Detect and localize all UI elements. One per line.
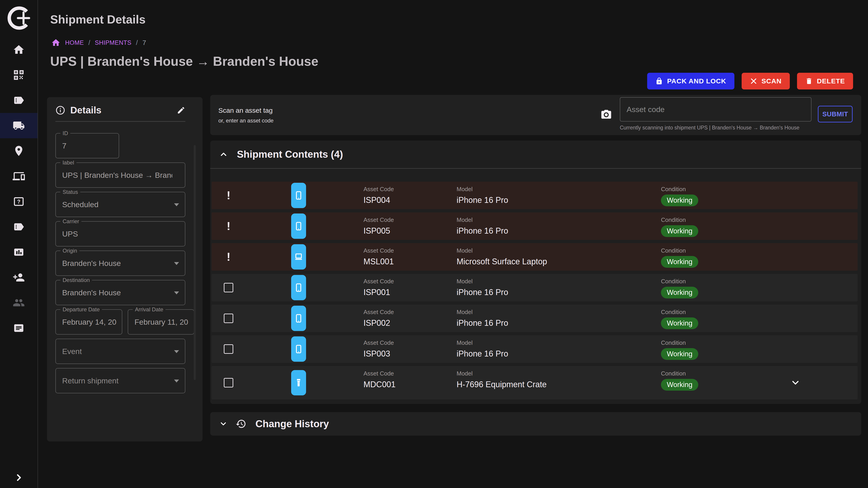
column-label: Model bbox=[457, 339, 508, 346]
action-buttons: PACK AND LOCK SCAN DELETE bbox=[647, 73, 853, 90]
asset-type-tile bbox=[291, 183, 306, 208]
details-scrollbar[interactable] bbox=[194, 145, 196, 380]
camera-icon[interactable] bbox=[600, 109, 612, 121]
table-row[interactable]: ! Asset CodeMSL001 ModelMicrosoft Surfac… bbox=[212, 243, 858, 271]
chevron-down-icon bbox=[792, 380, 799, 385]
asset-code-value: MDC001 bbox=[364, 380, 396, 389]
help-box-icon: ? bbox=[13, 195, 25, 207]
smartphone-icon bbox=[294, 191, 303, 200]
model-value: iPhone 16 Pro bbox=[457, 226, 508, 236]
column-label: Model bbox=[457, 247, 547, 254]
table-row[interactable]: ! Asset CodeISP004 ModeliPhone 16 Pro Co… bbox=[212, 182, 858, 209]
arrival-date-field[interactable]: Arrival Date February 11, 20 bbox=[128, 309, 194, 335]
equipment-crate-icon bbox=[294, 378, 303, 387]
sidebar-item-devices[interactable] bbox=[0, 164, 37, 189]
row-checkbox[interactable] bbox=[224, 378, 233, 387]
breadcrumb-separator: / bbox=[88, 39, 90, 46]
status-select[interactable]: Status Scheduled bbox=[55, 192, 185, 217]
sidebar-item-tags[interactable] bbox=[0, 214, 37, 239]
history-icon bbox=[236, 418, 246, 429]
model-value: iPhone 16 Pro bbox=[457, 195, 508, 205]
row-checkbox[interactable] bbox=[224, 283, 233, 292]
info-icon bbox=[55, 105, 65, 115]
sidebar-item-locations[interactable] bbox=[0, 138, 37, 164]
row-checkbox[interactable] bbox=[224, 314, 233, 323]
model-value: iPhone 16 Pro bbox=[457, 288, 508, 297]
breadcrumb: HOME / SHIPMENTS / 7 bbox=[51, 38, 146, 47]
scan-panel: Scan an asset tag or, enter an asset cod… bbox=[210, 95, 861, 135]
departure-date-field[interactable]: Departure Date February 14, 20 bbox=[55, 309, 122, 335]
home-icon[interactable] bbox=[51, 38, 61, 47]
column-label: Condition bbox=[661, 247, 698, 254]
sidebar-item-labels[interactable] bbox=[0, 88, 37, 113]
column-label: Model bbox=[457, 370, 547, 377]
sidebar-expand-button[interactable] bbox=[0, 473, 37, 482]
label-field[interactable]: label UPS | Branden's House → Branden's … bbox=[55, 162, 185, 188]
column-label: Asset Code bbox=[364, 186, 394, 193]
condition-badge: Working bbox=[661, 195, 698, 206]
sidebar-item-add-user[interactable] bbox=[0, 265, 37, 290]
model-value: iPhone 16 Pro bbox=[457, 349, 508, 359]
table-row[interactable]: ! Asset CodeISP005 ModeliPhone 16 Pro Co… bbox=[212, 213, 858, 240]
table-row[interactable]: Asset CodeISP001 ModeliPhone 16 Pro Cond… bbox=[212, 274, 858, 301]
breadcrumb-shipments[interactable]: SHIPMENTS bbox=[95, 39, 131, 46]
id-field[interactable]: ID 7 bbox=[55, 133, 119, 158]
details-panel: Details ID 7 label UPS | Branden's House… bbox=[47, 97, 203, 442]
column-label: Asset Code bbox=[364, 339, 394, 346]
chevron-up-icon[interactable] bbox=[220, 152, 227, 157]
asset-code-value: ISP004 bbox=[364, 195, 394, 205]
asset-type-tile bbox=[291, 370, 306, 395]
asset-type-tile bbox=[291, 214, 306, 239]
edit-pencil-icon[interactable] bbox=[177, 106, 185, 115]
event-select[interactable]: Event bbox=[55, 339, 185, 364]
origin-select[interactable]: Origin Branden's House bbox=[55, 251, 185, 276]
column-label: Asset Code bbox=[364, 308, 394, 316]
sidebar: ? bbox=[0, 0, 38, 488]
close-icon bbox=[750, 77, 757, 85]
sidebar-item-home[interactable] bbox=[0, 37, 37, 62]
home-icon bbox=[13, 43, 25, 56]
row-expand-button[interactable] bbox=[792, 380, 799, 385]
trash-icon bbox=[805, 77, 813, 85]
column-label: Model bbox=[457, 186, 508, 193]
condition-badge: Working bbox=[661, 287, 698, 298]
laptop-icon bbox=[294, 252, 303, 262]
sidebar-item-reports[interactable] bbox=[0, 239, 37, 265]
sidebar-item-shipments[interactable] bbox=[0, 113, 37, 138]
column-label: Condition bbox=[661, 339, 698, 346]
delete-button[interactable]: DELETE bbox=[797, 73, 853, 90]
sidebar-item-notes[interactable] bbox=[0, 315, 37, 341]
column-label: Condition bbox=[661, 278, 698, 285]
bar-chart-icon bbox=[13, 246, 25, 258]
breadcrumb-home[interactable]: HOME bbox=[65, 39, 84, 46]
smartphone-icon bbox=[294, 221, 303, 231]
asset-code-input[interactable] bbox=[620, 97, 811, 122]
table-row[interactable]: Asset CodeISP003 ModeliPhone 16 Pro Cond… bbox=[212, 335, 858, 363]
logo-c-plus-icon bbox=[5, 4, 32, 33]
change-history-panel[interactable]: Change History bbox=[210, 412, 861, 435]
carrier-field[interactable]: Carrier UPS bbox=[55, 221, 185, 247]
table-row[interactable]: Asset CodeISP002 ModeliPhone 16 Pro Cond… bbox=[212, 304, 858, 332]
sidebar-item-scanner[interactable] bbox=[0, 62, 37, 88]
divider bbox=[210, 168, 861, 169]
asset-code-value: ISP005 bbox=[364, 226, 394, 236]
return-shipment-select[interactable]: Return shipment bbox=[55, 368, 185, 393]
asset-code-value: ISP003 bbox=[364, 349, 394, 359]
chevron-down-icon[interactable] bbox=[220, 422, 226, 426]
pack-and-lock-button[interactable]: PACK AND LOCK bbox=[647, 73, 734, 90]
submit-button[interactable]: SUBMIT bbox=[818, 106, 852, 123]
column-label: Model bbox=[457, 278, 508, 285]
row-checkbox[interactable] bbox=[224, 344, 233, 354]
destination-select[interactable]: Destination Branden's House bbox=[55, 280, 185, 305]
label-icon bbox=[13, 94, 25, 106]
asset-type-tile bbox=[291, 336, 306, 362]
column-label: Asset Code bbox=[364, 370, 396, 377]
table-row[interactable]: Asset CodeMDC001 ModelH-7696 Equipment C… bbox=[212, 366, 858, 399]
condition-badge: Working bbox=[661, 225, 698, 237]
sidebar-item-help[interactable]: ? bbox=[0, 189, 37, 214]
scan-button[interactable]: SCAN bbox=[742, 73, 790, 90]
sidebar-item-users[interactable] bbox=[0, 290, 37, 315]
divider bbox=[55, 121, 185, 122]
sidebar-nav: ? bbox=[0, 37, 37, 341]
column-label: Asset Code bbox=[364, 247, 394, 254]
